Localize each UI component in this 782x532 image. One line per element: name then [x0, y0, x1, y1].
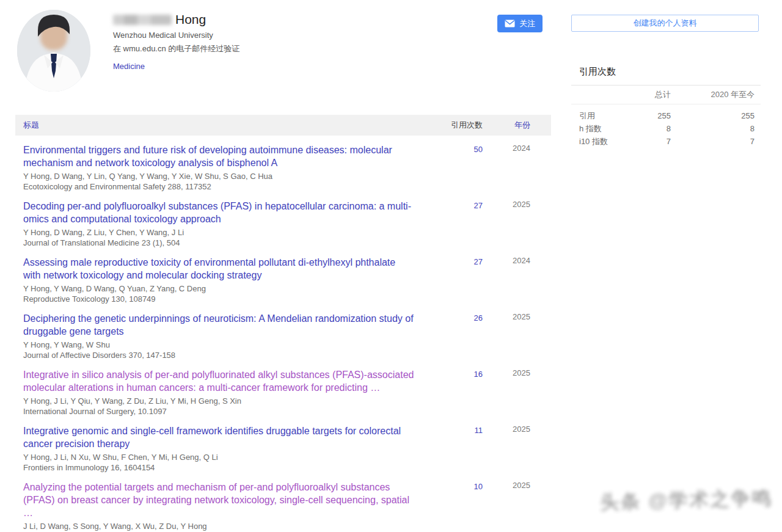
publication-authors: J Li, D Wang, S Song, Y Wang, X Wu, Z Du… — [23, 521, 415, 531]
publications-header-row: 标题 引用次数 年份 — [15, 115, 551, 136]
publication-authors: Y Hong, D Wang, Y Lin, Q Yang, Y Wang, Y… — [23, 171, 415, 181]
avatar[interactable] — [17, 10, 90, 92]
cited-by-count-link[interactable]: 11 — [475, 426, 483, 435]
cited-by-count-link[interactable]: 27 — [474, 257, 483, 266]
watermark-text: 头条 @学术之争鸣 — [599, 485, 773, 515]
publication-year: 2024 — [483, 144, 530, 192]
publication-row: Assessing male reproductive toxicity of … — [15, 248, 551, 304]
profile-info: Hong Wenzhou Medical University 在 wmu.ed… — [113, 12, 239, 71]
sort-by-title-link[interactable]: 标题 — [23, 120, 39, 129]
stat-row-citations: 引用 255 255 — [571, 109, 761, 122]
follow-button-label: 关注 — [519, 18, 535, 29]
publication-year: 2025 — [483, 200, 530, 248]
sort-by-year-link[interactable]: 年份 — [514, 120, 530, 129]
stats-col-all: 总计 — [637, 89, 671, 100]
publication-row: Deciphering the genetic underpinnings of… — [15, 304, 551, 360]
cited-by-count-link[interactable]: 26 — [474, 313, 483, 322]
publication-venue: Journal of Affective Disorders 370, 147-… — [23, 350, 415, 360]
publication-year: 2025 — [483, 312, 530, 360]
publication-row: Environmental triggers and future risk o… — [15, 136, 551, 192]
publication-venue: Frontiers in Immunology 16, 1604154 — [23, 462, 415, 473]
publication-venue: Journal of Translational Medicine 23 (1)… — [23, 238, 415, 248]
publication-title-link[interactable]: Assessing male reproductive toxicity of … — [23, 257, 395, 280]
publication-title-link[interactable]: Integrative in silico analysis of per-an… — [23, 370, 414, 393]
follow-button[interactable]: 关注 — [497, 15, 543, 32]
cited-by-count-link[interactable]: 50 — [474, 145, 483, 154]
publication-authors: Y Hong, Y Wang, W Shu — [23, 340, 415, 350]
publication-year: 2024 — [483, 256, 530, 304]
censored-name-blur — [113, 15, 172, 25]
publication-title-link[interactable]: Decoding per-and polyfluoroalkyl substan… — [23, 201, 411, 224]
affiliation: Wenzhou Medical University — [113, 31, 239, 40]
publication-venue: Reproductive Toxicology 130, 108749 — [23, 294, 415, 304]
publication-row: Analyzing the potential targets and mech… — [15, 473, 551, 532]
interest-link-medicine[interactable]: Medicine — [113, 62, 145, 71]
publications-rows: Environmental triggers and future risk o… — [15, 136, 551, 532]
profile-name: Hong — [113, 12, 239, 27]
create-profile-button[interactable]: 创建我的个人资料 — [571, 15, 759, 32]
stat-row-h-index: h 指数 8 8 — [571, 122, 761, 135]
citations-panel: 引用次数 总计 2020 年至今 引用 255 255 h 指数 8 8 — [571, 66, 761, 148]
publication-title-link[interactable]: Integrative genomic and single-cell fram… — [23, 426, 401, 449]
publication-title-link[interactable]: Deciphering the genetic underpinnings of… — [23, 313, 414, 337]
citations-stats-table: 总计 2020 年至今 引用 255 255 h 指数 8 8 i10 指数 7… — [571, 85, 761, 148]
verified-email: 在 wmu.edu.cn 的电子邮件经过验证 — [113, 43, 239, 54]
publication-venue: International Journal of Surgery, 10.109… — [23, 406, 415, 417]
publication-row: Integrative genomic and single-cell fram… — [15, 417, 551, 473]
publication-authors: Y Hong, J Li, Y Qiu, Y Wang, Z Du, Z Liu… — [23, 396, 415, 406]
publication-title-link[interactable]: Environmental triggers and future risk o… — [23, 145, 392, 168]
stat-row-i10-index: i10 指数 7 7 — [571, 135, 761, 148]
avatar-photo — [17, 10, 90, 92]
publication-year: 2025 — [483, 425, 530, 473]
publication-authors: Y Hong, Y Wang, D Wang, Q Yuan, Z Yang, … — [23, 283, 415, 294]
cited-by-count-link[interactable]: 10 — [474, 482, 483, 491]
publication-title-link[interactable]: Analyzing the potential targets and mech… — [23, 482, 409, 518]
publication-authors: Y Hong, D Wang, Z Liu, Y Chen, Y Wang, J… — [23, 227, 415, 238]
profile-name-visible: Hong — [175, 12, 206, 27]
publication-venue: Ecotoxicology and Environmental Safety 2… — [23, 181, 415, 192]
publication-row: Integrative in silico analysis of per-an… — [15, 360, 551, 417]
cited-by-count-link[interactable]: 27 — [474, 201, 483, 210]
publication-authors: Y Hong, J Li, N Xu, W Shu, F Chen, Y Mi,… — [23, 452, 415, 462]
scholar-profile-page: Hong Wenzhou Medical University 在 wmu.ed… — [0, 0, 782, 532]
publication-row: Decoding per-and polyfluoroalkyl substan… — [15, 192, 551, 248]
cited-by-column-header: 引用次数 — [415, 120, 483, 131]
envelope-icon — [505, 20, 515, 27]
citations-stats-header: 总计 2020 年至今 — [571, 86, 761, 104]
citations-panel-title: 引用次数 — [571, 66, 761, 85]
stats-col-since-2020: 2020 年至今 — [671, 89, 755, 100]
publications-table: 标题 引用次数 年份 Environmental triggers and fu… — [15, 115, 551, 532]
publication-year: 2025 — [483, 481, 530, 532]
cited-by-count-link[interactable]: 16 — [474, 370, 483, 379]
publication-year: 2025 — [483, 368, 530, 417]
